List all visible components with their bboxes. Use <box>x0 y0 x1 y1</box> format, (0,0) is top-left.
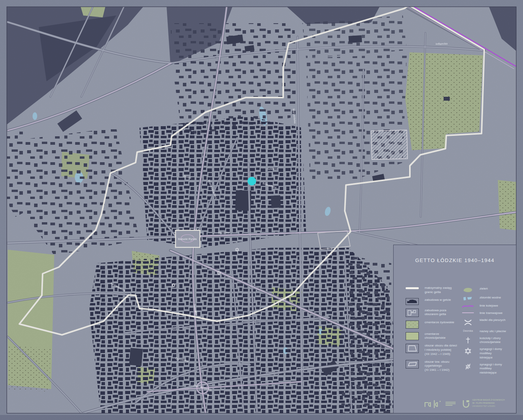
university-logo-text: CENTRUM BADAŃ ŻYDOWSKICH IM. FILIPA FRIE… <box>472 399 505 407</box>
water-swatch <box>463 296 473 301</box>
cross-icon <box>465 336 471 344</box>
legend-item-buildings-outside: zabudowa poza obszarem getta <box>405 309 460 317</box>
buildings-outside-swatch <box>406 309 419 317</box>
legend-label: obszar tzw. obozu cygańskiego (XI 1941 –… <box>425 360 449 372</box>
map-title: GETTO ŁÓDZKIE 1940–1944 <box>394 257 516 263</box>
legend-label: linie tramwajowe <box>480 311 502 315</box>
legend-item-street-names: Dworska nazwy ulic i placów <box>460 329 514 334</box>
jewish-cemeteries-swatch <box>406 321 419 329</box>
legend-item-water: zbiorniki wodne <box>460 296 514 301</box>
legend-logos: CENTRUM BADAŃ ŻYDOWSKICH IM. FILIPA FRIE… <box>424 399 505 409</box>
footbridge-icon <box>464 318 472 327</box>
university-logo-mark <box>462 399 470 408</box>
legend-item-buildings-in-ghetto: zabudowa w getcie <box>405 298 460 305</box>
railway-swatch <box>462 304 474 309</box>
legend-item-synagogues-nonexisting: synagogi i domy modlitwy nieistniejące <box>460 363 514 375</box>
greenery-swatch <box>463 287 473 293</box>
street-name-example: Dworska <box>463 329 473 332</box>
legend-label: nazwy ulic i placów <box>480 329 506 334</box>
legend-label: kładki dla pieszych <box>480 318 506 322</box>
partner-logo-text <box>446 402 456 406</box>
children-camp-swatch <box>406 344 419 353</box>
legend-label: cmentarze żydowskie <box>425 321 454 325</box>
logo-line-1: CENTRUM BADAŃ ŻYDOWSKICH <box>472 399 505 401</box>
buildings-in-ghetto-swatch <box>406 298 419 305</box>
legend-label: zabudowa w getcie <box>425 298 451 302</box>
legend-left-column: maksymalny zasięg granic getta zabudowa … <box>405 286 460 376</box>
legend-label: synagogi i domy modlitwy istniejące <box>480 347 514 360</box>
legend-panel: GETTO ŁÓDZKIE 1940–1944 maksymalny zasię… <box>393 245 516 413</box>
christian-cemeteries-swatch <box>406 332 419 340</box>
partner-logo-mark <box>424 399 446 409</box>
legend-right-column: zieleń zbiorniki wodne linie kolejowe li… <box>460 287 514 378</box>
legend-label: linie kolejowe <box>480 304 498 308</box>
legend-label: kościoły i zbory chrześcijańskie <box>480 336 501 345</box>
legend-item-children-camp: obszar obozu dla dzieci i młodzieży pols… <box>405 344 460 356</box>
legend-item-footbridges: kładki dla pieszych <box>460 318 514 327</box>
legend-item-churches: kościoły i zbory chrześcijańskie <box>460 336 514 345</box>
legend-item-gypsy-camp: obszar tzw. obozu cygańskiego (XI 1941 –… <box>405 360 460 372</box>
legend-label: maksymalny zasięg granic getta <box>425 286 452 295</box>
legend-label: synagogi i domy modlitwy nieistniejące <box>480 363 514 375</box>
star-of-david-icon <box>464 347 472 355</box>
legend-item-tramways: linie tramwajowe <box>460 311 514 315</box>
tram-swatch <box>462 311 474 314</box>
boundary-swatch <box>406 287 419 289</box>
legend-item-boundary: maksymalny zasięg granic getta <box>405 286 460 295</box>
logo-line-3: UNIWERSYTET ŁÓDZKI <box>472 405 505 408</box>
gypsy-camp-swatch <box>406 360 419 369</box>
legend-label: zieleń <box>480 287 488 291</box>
legend-item-synagogues-existing: synagogi i domy modlitwy istniejące <box>460 347 514 360</box>
legend-label: zbiorniki wodne <box>480 296 501 300</box>
legend-label: cmentarze chrześcijańskie <box>425 332 460 341</box>
legend-item-jewish-cemeteries: cmentarze żydowskie <box>405 321 460 329</box>
university-logo: CENTRUM BADAŃ ŻYDOWSKICH IM. FILIPA FRIE… <box>462 399 505 408</box>
logo-line-2: IM. FILIPA FRIEDMANA <box>472 402 505 405</box>
legend-item-greenery: zieleń <box>460 287 514 293</box>
partner-logo <box>424 399 456 409</box>
star-of-david-crossed-icon <box>464 363 472 370</box>
legend-item-railways: linie kolejowe <box>460 304 514 309</box>
legend-label: zabudowa poza obszarem getta <box>425 309 446 317</box>
legend-item-christian-cemeteries: cmentarze chrześcijańskie <box>405 332 460 341</box>
legend-label: obszar obozu dla dzieci i młodzieży pols… <box>425 344 457 356</box>
